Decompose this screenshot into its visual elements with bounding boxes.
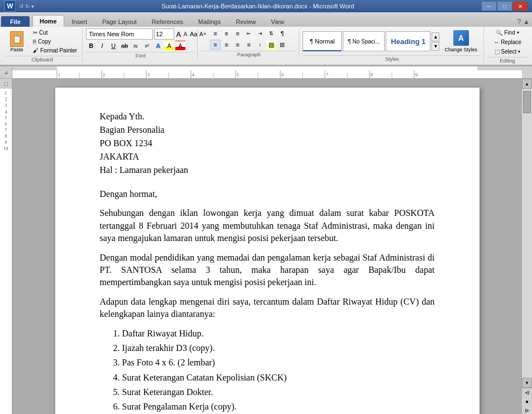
- font-group-label: Font: [86, 52, 195, 59]
- select-button[interactable]: ⬚ Select ▾: [492, 47, 524, 56]
- editing-buttons: 🔍 Find ▾ ↔ Replace ⬚ Select ▾: [487, 28, 528, 56]
- scroll-down-button[interactable]: ▼: [522, 378, 532, 388]
- scroll-prev-page[interactable]: ⊳: [522, 406, 532, 414]
- document-page[interactable]: Kepada Yth. Bagian Personalia PO BOX 123…: [55, 88, 480, 414]
- left-ruler: ⬚ 1 2 3 4 5 6 7 8 9 10: [0, 79, 12, 414]
- list-item: Daftar Riwayat Hidup.: [122, 328, 435, 340]
- font-color-button[interactable]: A: [175, 41, 185, 51]
- sort-button[interactable]: ⇅: [266, 28, 276, 38]
- svg-text:3: 3: [147, 73, 150, 78]
- borders-button[interactable]: ⊞: [277, 40, 287, 50]
- editing-group: 🔍 Find ▾ ↔ Replace ⬚ Select ▾ Editing: [485, 28, 530, 64]
- shading-button[interactable]: ▧: [266, 40, 276, 50]
- svg-text:7: 7: [326, 73, 328, 78]
- svg-text:4: 4: [192, 73, 194, 78]
- tab-references[interactable]: References: [145, 16, 190, 27]
- styles-buttons: ¶ Normal ¶ No Spaci... Heading 1 ▲ ▼ A C…: [303, 28, 481, 54]
- superscript-button[interactable]: x²: [142, 41, 152, 51]
- tab-home[interactable]: Home: [32, 15, 64, 27]
- justify-button[interactable]: ≡: [244, 40, 254, 50]
- align-left-button[interactable]: ≡: [210, 40, 221, 50]
- svg-text:1: 1: [58, 73, 60, 78]
- align-center-button[interactable]: ≡: [222, 40, 232, 50]
- line-spacing-button[interactable]: ↕: [255, 40, 265, 50]
- paragraph2: Dengan modal pendidikan yang memadai dan…: [100, 252, 435, 289]
- scroll-bottom-nav[interactable]: ⊲: [522, 388, 532, 397]
- list-item: Surat Keterangan Catatan Kepolisian (SKC…: [122, 372, 435, 384]
- font-name-input[interactable]: [86, 28, 153, 40]
- scroll-track[interactable]: [522, 89, 532, 378]
- paste-button[interactable]: 📋 Paste: [4, 28, 29, 55]
- address-line1: Kepada Yth.: [100, 110, 435, 123]
- tab-mailings[interactable]: Mailings: [191, 16, 228, 27]
- align-right-button[interactable]: ≡: [233, 40, 243, 50]
- bullets-button[interactable]: ≡: [210, 28, 221, 38]
- paste-icon: 📋: [10, 31, 23, 47]
- styles-scroll-down[interactable]: ▼: [432, 42, 439, 51]
- tab-bar: File Home Insert Page Layout References …: [0, 12, 532, 27]
- paragraph-buttons: ≡ ≡ ≡ ⇤ ⇥ ⇅ ¶ ≡ ≡ ≡ ≡ ↕ ▧ ⊞: [201, 28, 296, 50]
- replace-button[interactable]: ↔ Replace: [491, 38, 524, 46]
- italic-button[interactable]: I: [97, 41, 107, 51]
- minimize-button[interactable]: ─: [482, 2, 496, 11]
- ribbon-minimize-icon[interactable]: ▲: [523, 18, 530, 26]
- numbering-button[interactable]: ≡: [222, 28, 232, 38]
- document-container[interactable]: Kepada Yth. Bagian Personalia PO BOX 123…: [12, 79, 522, 414]
- document-body: Dengan hormat, Sehubungan dengan iklan l…: [100, 188, 435, 414]
- tab-file[interactable]: File: [1, 16, 30, 27]
- copy-icon: ⎘: [33, 38, 36, 45]
- scroll-thumb[interactable]: [523, 91, 531, 113]
- underline-button[interactable]: U: [108, 41, 118, 51]
- tab-page-layout[interactable]: Page Layout: [95, 16, 144, 27]
- style-normal-button[interactable]: ¶ Normal: [303, 31, 342, 51]
- right-scrollbar[interactable]: ▲ ▼ ⊲ ● ⊳: [522, 79, 532, 414]
- tab-insert[interactable]: Insert: [65, 16, 95, 27]
- ruler-scroll: [522, 66, 532, 78]
- address-line4: JAKARTA: [100, 150, 435, 163]
- clipboard-buttons: 📋 Paste ✂ Cut ⎘ Copy 🖌 Format Pa: [4, 28, 80, 55]
- style-no-spacing-button[interactable]: ¶ No Spaci...: [343, 31, 385, 51]
- text-highlight-button[interactable]: A: [164, 41, 174, 51]
- list-item: Surat Pengalaman Kerja (copy).: [122, 401, 435, 413]
- ribbon-help-icon[interactable]: ?: [517, 18, 521, 26]
- address-line5: Hal : Lamaran pekerjaan: [100, 163, 435, 177]
- format-painter-icon: 🖌: [33, 47, 39, 54]
- scissors-icon: ✂: [33, 30, 37, 36]
- multilevel-button[interactable]: ≡: [233, 28, 243, 38]
- scroll-next-page[interactable]: ●: [522, 397, 532, 406]
- scroll-up-button[interactable]: ▲: [522, 79, 532, 89]
- grow-font-button[interactable]: A: [175, 29, 181, 39]
- copy-button[interactable]: ⎘ Copy: [30, 37, 80, 46]
- ruler-area: ⊿ 1 2 3 4 5 6: [0, 66, 532, 79]
- svg-text:6: 6: [281, 73, 284, 78]
- style-heading1-button[interactable]: Heading 1: [386, 31, 430, 51]
- strikethrough-button[interactable]: ab: [119, 41, 130, 51]
- format-painter-button[interactable]: 🖌 Format Painter: [30, 46, 80, 55]
- paragraph1: Sehubungan dengan iklan lowongan kerja y…: [100, 207, 435, 244]
- font-size-input[interactable]: [154, 28, 174, 40]
- shrink-font-button[interactable]: A: [183, 29, 188, 39]
- cut-button[interactable]: ✂ Cut: [30, 28, 80, 37]
- decrease-indent-button[interactable]: ⇤: [244, 28, 254, 38]
- para-row2: ≡ ≡ ≡ ≡ ↕ ▧ ⊞: [210, 40, 287, 50]
- maximize-button[interactable]: □: [497, 2, 512, 11]
- change-styles-button[interactable]: A Change Styles: [440, 28, 481, 54]
- svg-text:5: 5: [237, 73, 239, 78]
- svg-text:8: 8: [371, 73, 373, 78]
- bold-button[interactable]: B: [86, 41, 96, 51]
- editing-group-label: Editing: [487, 57, 528, 64]
- address-line2: Bagian Personalia: [100, 123, 435, 137]
- increase-indent-button[interactable]: ⇥: [255, 28, 265, 38]
- paragraph-group-label: Paragraph: [201, 51, 296, 57]
- text-effects-button[interactable]: A: [153, 41, 163, 51]
- show-marks-button[interactable]: ¶: [277, 28, 287, 38]
- tab-view[interactable]: View: [264, 16, 292, 27]
- paragraph-group: ≡ ≡ ≡ ⇤ ⇥ ⇅ ¶ ≡ ≡ ≡ ≡ ↕ ▧ ⊞ Pa: [199, 28, 299, 57]
- find-button[interactable]: 🔍 Find ▾: [493, 28, 521, 37]
- close-button[interactable]: ✕: [513, 2, 528, 11]
- subscript-button[interactable]: x₂: [131, 41, 141, 51]
- styles-scroll-up[interactable]: ▲: [432, 32, 439, 41]
- tab-review[interactable]: Review: [228, 16, 263, 27]
- change-case-button[interactable]: Aa: [189, 29, 198, 39]
- styles-group: ¶ Normal ¶ No Spaci... Heading 1 ▲ ▼ A C…: [300, 28, 484, 62]
